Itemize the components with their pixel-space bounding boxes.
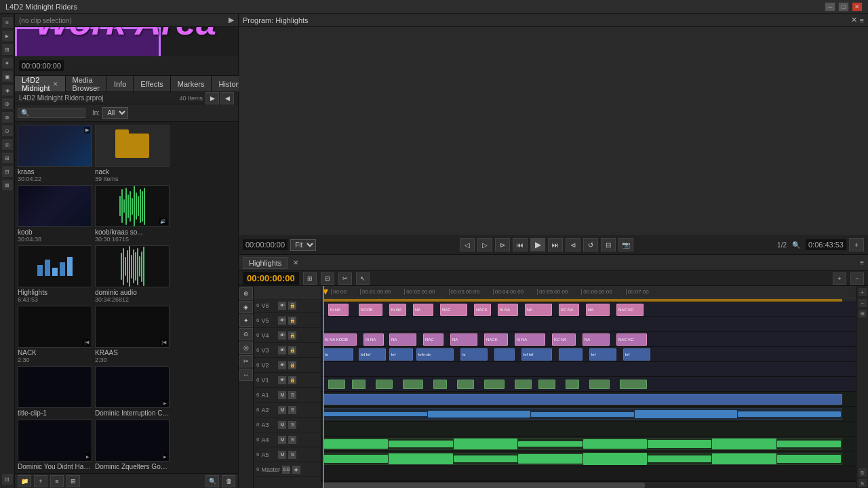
v-ctrl-3[interactable]: ⊞ — [858, 309, 867, 319]
clip-v6-2[interactable]: KOOB — [359, 304, 382, 316]
track-m-a2[interactable]: M — [278, 406, 286, 414]
clip-v4-4[interactable]: NAC — [423, 333, 443, 346]
track-m-a3[interactable]: M — [278, 421, 286, 429]
track-m-a4[interactable]: M — [278, 436, 286, 444]
sidebar-icon-bottom[interactable]: ⊡ — [1, 473, 14, 485]
tab-media-browser[interactable]: Media Browser — [66, 76, 107, 92]
tl-tool-3[interactable]: ✦ — [239, 314, 253, 327]
sidebar-icon-12[interactable]: ⊟ — [1, 165, 14, 178]
v-ctrl-bottom-1[interactable]: S — [858, 468, 867, 477]
tl-zoom-out-btn[interactable]: − — [850, 272, 864, 285]
mark-in-btn[interactable]: ◁ — [460, 238, 475, 251]
clip-v3-10[interactable]: lef — [623, 348, 650, 361]
project-item-highlights[interactable]: Highlights 6:43:53 — [18, 245, 92, 303]
clip-v1-6[interactable] — [457, 380, 474, 389]
tl-zoom-in-btn[interactable]: + — [833, 272, 846, 285]
tl-tool-2[interactable]: ◈ — [239, 301, 253, 313]
clip-v6-7[interactable]: Ki NA — [498, 304, 518, 316]
tab-markers[interactable]: Markers — [171, 76, 212, 92]
clip-v4-8[interactable]: KC NA — [552, 333, 576, 346]
clip-v1-2[interactable] — [352, 380, 366, 389]
delete-btn[interactable]: 🗑 — [222, 475, 235, 487]
go-out-btn[interactable]: ⊲ — [566, 238, 580, 251]
track-pan-master[interactable]: ◈ — [292, 466, 300, 474]
clip-v1-3[interactable] — [376, 380, 393, 389]
v-ctrl-1[interactable]: + — [858, 287, 867, 297]
track-s-a3[interactable]: S — [288, 421, 296, 429]
clip-v4-10[interactable]: NAC KC — [616, 333, 647, 346]
tl-tool-1[interactable]: ⊕ — [239, 287, 253, 300]
sidebar-icon-9[interactable]: ⊙ — [1, 125, 14, 137]
tl-select-btn[interactable]: ↖ — [356, 272, 370, 285]
sidebar-icon-7[interactable]: ⊕ — [1, 98, 14, 110]
safe-btn[interactable]: ⊟ — [601, 238, 616, 251]
clip-v6-1[interactable]: Ki NA — [328, 304, 349, 316]
track-lock-v2[interactable]: 🔒 — [288, 361, 296, 369]
clip-v3-3[interactable]: lef — [389, 348, 413, 361]
tl-snap-btn[interactable]: ⊞ — [303, 272, 317, 285]
plus-btn[interactable]: + — [849, 238, 864, 251]
project-item-extra2[interactable]: ▶ Dominic Interruption Cravton 1 — [95, 366, 170, 417]
sidebar-icon-5[interactable]: ▣ — [1, 70, 14, 83]
tab-effects[interactable]: Effects — [134, 76, 170, 92]
sidebar-icon-2[interactable]: ► — [1, 30, 14, 42]
clip-v6-8[interactable]: NA — [525, 304, 552, 316]
track-lock-v4[interactable]: 🔒 — [288, 331, 296, 340]
project-item-kraas2[interactable]: |◀ KRAAS 2:30 — [95, 306, 170, 363]
v-ctrl-bottom-2[interactable]: S — [858, 479, 867, 488]
track-s-a4[interactable]: S — [288, 436, 296, 444]
clip-v1-5[interactable] — [433, 380, 447, 389]
track-eye-v2[interactable]: 👁 — [278, 361, 286, 369]
play-btn[interactable]: ▶ — [530, 238, 545, 251]
timeline-close-icon[interactable]: ✕ — [293, 259, 298, 266]
sidebar-icon-3[interactable]: ⊞ — [1, 43, 14, 56]
project-item-koob[interactable]: koob 30:04:38 — [18, 185, 92, 243]
track-eye-v1[interactable]: 👁 — [278, 376, 286, 384]
sidebar-icon-8[interactable]: ⊗ — [1, 111, 14, 123]
track-m-a1[interactable]: M — [278, 391, 286, 399]
step-back-btn[interactable]: ⏮ — [513, 238, 528, 251]
clip-v4-1[interactable]: Ki NA KOOB — [323, 333, 357, 346]
timeline-tracks[interactable]: 00:00 00:01:00:00 00:02:00:00 00:03:00:0… — [321, 286, 856, 488]
track-m-a5[interactable]: M — [278, 451, 286, 459]
track-lock-v3[interactable]: 🔒 — [288, 346, 296, 354]
clip-v4-9[interactable]: NA — [583, 333, 610, 346]
source-collapse-btn[interactable]: ▶ — [229, 16, 234, 24]
work-area-range[interactable] — [323, 299, 842, 302]
timeline-scroll-handle[interactable] — [324, 483, 645, 488]
clip-v4-6[interactable]: NACK — [484, 333, 508, 346]
track-lock-v1[interactable]: 🔒 — [288, 376, 296, 384]
clip-v3-5[interactable]: le — [460, 348, 488, 361]
sidebar-icon-13[interactable]: ⊠ — [1, 179, 14, 191]
search-btn-bottom[interactable]: 🔍 — [205, 475, 219, 487]
track-s-a2[interactable]: S — [288, 406, 296, 414]
in-dropdown[interactable]: All — [102, 107, 128, 119]
program-menu-icon[interactable]: ≡ — [860, 16, 864, 24]
sidebar-icon-11[interactable]: ⊞ — [1, 152, 14, 164]
track-eye-v6[interactable]: 👁 — [278, 302, 286, 310]
go-in-btn[interactable]: ⊳ — [495, 238, 510, 251]
clip-v6-5[interactable]: NAC — [440, 304, 467, 316]
fit-dropdown[interactable]: Fit — [290, 239, 316, 251]
project-item-nack[interactable]: nack 39 Items — [95, 125, 170, 182]
clip-v1-4[interactable] — [403, 380, 423, 389]
search-input[interactable] — [29, 109, 83, 117]
tl-ripple-btn[interactable]: ⊟ — [321, 272, 334, 285]
clip-v6-9[interactable]: KC NA — [559, 304, 579, 316]
project-item-extra1[interactable]: title-clip-1 — [18, 366, 92, 417]
track-lock-v6[interactable]: 🔒 — [288, 302, 296, 310]
minimize-button[interactable]: ─ — [825, 2, 835, 12]
playhead-line[interactable] — [323, 286, 324, 488]
maximize-button[interactable]: □ — [838, 2, 849, 12]
mark-out-btn[interactable]: ▷ — [477, 238, 492, 251]
v-ctrl-2[interactable]: − — [858, 298, 867, 308]
track-eye-v4[interactable]: 👁 — [278, 331, 286, 340]
list-view-btn[interactable]: ≡ — [50, 475, 64, 487]
track-eye-v3[interactable]: 👁 — [278, 346, 286, 354]
sidebar-icon-6[interactable]: ◈ — [1, 84, 14, 96]
program-close-icon[interactable]: ✕ — [851, 16, 857, 24]
new-item-btn[interactable]: + — [34, 475, 47, 487]
step-fwd-btn[interactable]: ⏭ — [548, 238, 563, 251]
close-button[interactable]: ✕ — [852, 2, 863, 12]
clip-v3-7[interactable]: lef lef — [521, 348, 552, 361]
